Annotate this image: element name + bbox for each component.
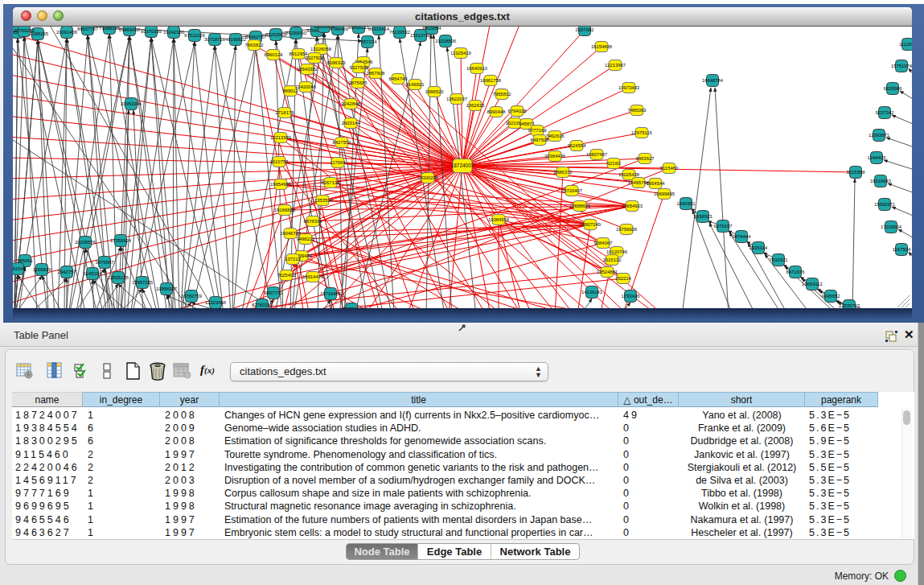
svg-text:15720407: 15720407 — [561, 188, 582, 193]
svg-text:12093871: 12093871 — [869, 133, 889, 138]
svg-text:3875685: 3875685 — [349, 80, 368, 85]
svg-text:3975867: 3975867 — [96, 260, 114, 265]
svg-text:84299060: 84299060 — [285, 31, 307, 35]
svg-text:1167534: 1167534 — [893, 247, 911, 252]
svg-text:88537787: 88537787 — [77, 27, 98, 31]
svg-text:66858215: 66858215 — [348, 27, 370, 30]
svg-text:12505135: 12505135 — [108, 275, 129, 280]
svg-text:19654923: 19654923 — [622, 204, 643, 208]
svg-text:20364436: 20364436 — [544, 154, 566, 159]
svg-text:15692971: 15692971 — [874, 202, 895, 207]
svg-text:2867608: 2867608 — [367, 71, 386, 76]
svg-text:12975115: 12975115 — [631, 130, 652, 135]
svg-text:10120746: 10120746 — [606, 249, 628, 254]
svg-text:9457771: 9457771 — [265, 290, 283, 295]
svg-text:19384554: 19384554 — [488, 217, 510, 222]
svg-text:1244415: 1244415 — [868, 155, 887, 160]
svg-text:12213389: 12213389 — [270, 135, 291, 140]
svg-text:7632621: 7632621 — [770, 257, 788, 262]
svg-text:20053346: 20053346 — [121, 101, 142, 106]
svg-text:7357274: 7357274 — [359, 39, 378, 44]
svg-text:7625402: 7625402 — [277, 273, 296, 278]
svg-text:10699695: 10699695 — [654, 192, 676, 196]
svg-text:10958107: 10958107 — [156, 286, 177, 291]
svg-text:1588520: 1588520 — [425, 89, 445, 94]
svg-text:13226058: 13226058 — [310, 47, 332, 51]
svg-text:10688609: 10688609 — [569, 204, 590, 208]
svg-text:1733426: 1733426 — [622, 294, 641, 299]
svg-text:48166622: 48166622 — [225, 37, 246, 42]
svg-text:252214: 252214 — [615, 276, 631, 281]
svg-text:137213: 137213 — [285, 257, 301, 262]
svg-text:62263905: 62263905 — [265, 32, 287, 37]
svg-text:9245652: 9245652 — [822, 294, 840, 299]
svg-text:20769242: 20769242 — [14, 28, 35, 33]
svg-text:10025438: 10025438 — [618, 172, 640, 177]
svg-text:22420046: 22420046 — [295, 84, 317, 89]
svg-text:16782759: 16782759 — [181, 294, 202, 299]
svg-text:9327508: 9327508 — [306, 56, 325, 60]
svg-text:9474444: 9474444 — [733, 234, 752, 239]
svg-text:9777169: 9777169 — [528, 128, 547, 133]
svg-text:5938923: 5938923 — [694, 214, 713, 219]
svg-text:8267130: 8267130 — [322, 180, 341, 185]
svg-text:9115460: 9115460 — [660, 166, 679, 171]
svg-text:7955812: 7955812 — [493, 92, 511, 97]
svg-text:2942757: 2942757 — [58, 270, 76, 274]
svg-text:9498222: 9498222 — [297, 237, 315, 241]
svg-text:16961758: 16961758 — [480, 78, 502, 83]
svg-text:17359924: 17359924 — [110, 238, 132, 243]
svg-text:10807487: 10807487 — [586, 152, 607, 157]
svg-text:11353594: 11353594 — [312, 198, 333, 203]
svg-text:62160: 62160 — [607, 161, 621, 166]
svg-text:19756928: 19756928 — [616, 227, 638, 232]
svg-text:3624554: 3624554 — [568, 143, 587, 148]
svg-text:17016504: 17016504 — [881, 225, 902, 229]
svg-text:117004: 117004 — [330, 160, 346, 165]
svg-text:6379197: 6379197 — [714, 224, 733, 229]
svg-text:7462616: 7462616 — [546, 134, 565, 138]
svg-text:1145194: 1145194 — [84, 271, 102, 276]
svg-text:86315414: 86315414 — [368, 27, 390, 31]
svg-text:7663822: 7663822 — [245, 43, 264, 47]
svg-text:8878334: 8878334 — [304, 219, 323, 224]
svg-text:82760313: 82760313 — [252, 303, 273, 307]
svg-text:18724007: 18724007 — [451, 163, 474, 168]
svg-text:1640951: 1640951 — [677, 201, 696, 206]
svg-text:8427552: 8427552 — [333, 140, 351, 145]
svg-text:19046788: 19046788 — [280, 231, 302, 236]
svg-text:2886372: 2886372 — [554, 170, 573, 175]
svg-text:2935114: 2935114 — [749, 245, 768, 250]
svg-text:8960124: 8960124 — [265, 52, 284, 57]
svg-text:9327503: 9327503 — [350, 65, 369, 70]
svg-text:8990448: 8990448 — [487, 109, 507, 114]
svg-text:2718176: 2718176 — [276, 110, 295, 115]
svg-text:30718728: 30718728 — [204, 37, 226, 42]
svg-text:12213967: 12213967 — [605, 63, 626, 68]
svg-text:18300295: 18300295 — [417, 175, 439, 180]
svg-text:3215958: 3215958 — [847, 170, 866, 175]
svg-text:11325419: 11325419 — [450, 51, 471, 56]
svg-text:7485063: 7485063 — [628, 108, 647, 113]
svg-text:97511029: 97511029 — [184, 33, 205, 38]
svg-text:19166825: 19166825 — [274, 208, 296, 212]
svg-text:1954544: 1954544 — [647, 181, 666, 186]
svg-text:10654112: 10654112 — [802, 282, 823, 286]
svg-text:18807249: 18807249 — [580, 222, 601, 227]
svg-text:13622037: 13622037 — [446, 97, 467, 101]
svg-text:10973493: 10973493 — [618, 85, 640, 90]
svg-text:16543382: 16543382 — [297, 67, 318, 72]
svg-text:6794028: 6794028 — [508, 109, 528, 113]
svg-text:20091406: 20091406 — [56, 30, 78, 35]
svg-text:19218506: 19218506 — [435, 39, 457, 43]
svg-text:1112934: 1112934 — [899, 42, 912, 47]
svg-text:9084067: 9084067 — [594, 241, 613, 245]
svg-text:1156819: 1156819 — [33, 267, 51, 272]
svg-text:86869458: 86869458 — [119, 27, 141, 32]
svg-text:2187682: 2187682 — [576, 27, 594, 32]
svg-text:64062767: 64062767 — [245, 35, 266, 39]
svg-text:9227342: 9227342 — [876, 110, 894, 115]
svg-text:16648784: 16648784 — [702, 78, 724, 83]
svg-text:1362615: 1362615 — [466, 103, 486, 108]
svg-text:2603144: 2603144 — [342, 121, 361, 126]
